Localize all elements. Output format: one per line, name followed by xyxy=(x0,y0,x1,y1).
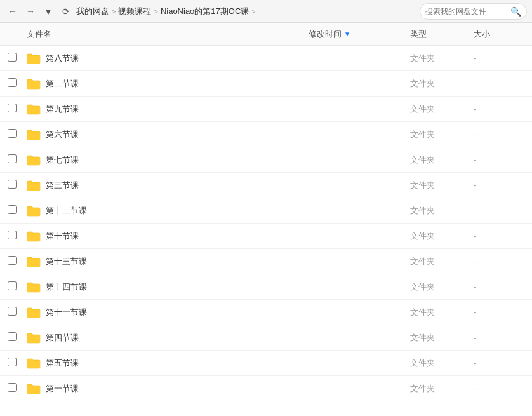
row-checkbox-1[interactable] xyxy=(8,78,17,87)
row-checkbox-4[interactable] xyxy=(8,154,17,163)
header-time-label: 修改时间 xyxy=(309,29,342,40)
row-name-7: 第十节课 xyxy=(27,231,309,242)
row-checkbox-13[interactable] xyxy=(8,383,17,392)
row-checkbox-12[interactable] xyxy=(8,358,17,366)
row-name-12: 第五节课 xyxy=(27,358,309,369)
table-row[interactable]: 第七节课 文件夹 - xyxy=(0,147,532,173)
row-checkbox-6[interactable] xyxy=(8,205,17,214)
row-checkbox-8[interactable] xyxy=(8,256,17,265)
folder-icon-6 xyxy=(27,205,41,217)
row-check-6[interactable] xyxy=(8,205,27,216)
forward-button[interactable]: → xyxy=(23,4,38,19)
row-check-13[interactable] xyxy=(8,383,27,394)
row-filename-6: 第十二节课 xyxy=(46,205,87,217)
table-row[interactable]: 第十一节课 文件夹 - xyxy=(0,300,532,325)
table-row[interactable]: 第九节课 文件夹 - xyxy=(0,97,532,122)
row-type-12: 文件夹 xyxy=(410,358,474,369)
folder-icon-1 xyxy=(27,78,41,90)
table-row[interactable]: 第四节课 文件夹 - xyxy=(0,325,532,351)
table-row[interactable]: 第十节课 文件夹 - xyxy=(0,224,532,249)
row-checkbox-9[interactable] xyxy=(8,281,17,290)
back-button[interactable]: ← xyxy=(5,4,20,19)
row-size-9: - xyxy=(474,282,524,292)
folder-icon-3 xyxy=(27,129,41,140)
search-input[interactable] xyxy=(425,7,508,16)
header-size: 大小 xyxy=(474,29,524,40)
row-filename-10: 第十一节课 xyxy=(46,307,87,318)
row-checkbox-3[interactable] xyxy=(8,129,17,138)
row-filename-1: 第二节课 xyxy=(46,78,79,90)
row-name-10: 第十一节课 xyxy=(27,307,309,318)
row-size-5: - xyxy=(474,180,524,190)
row-check-11[interactable] xyxy=(8,332,27,343)
row-check-1[interactable] xyxy=(8,78,27,89)
header-name: 文件名 xyxy=(27,29,309,40)
row-name-9: 第十四节课 xyxy=(27,281,309,293)
row-filename-5: 第三节课 xyxy=(46,180,79,191)
row-check-9[interactable] xyxy=(8,281,27,292)
header-type: 类型 xyxy=(410,29,474,40)
row-type-8: 文件夹 xyxy=(410,256,474,267)
row-type-13: 文件夹 xyxy=(410,383,474,394)
table-row[interactable]: 第二节课 文件夹 - xyxy=(0,71,532,97)
header-time[interactable]: 修改时间 ▼ xyxy=(309,29,410,40)
row-filename-4: 第七节课 xyxy=(46,154,79,166)
row-filename-2: 第九节课 xyxy=(46,104,79,115)
row-checkbox-2[interactable] xyxy=(8,104,17,112)
dropdown-button[interactable]: ▼ xyxy=(41,4,56,19)
row-type-9: 文件夹 xyxy=(410,281,474,293)
row-checkbox-7[interactable] xyxy=(8,231,17,239)
table-row[interactable]: 第五节课 文件夹 - xyxy=(0,351,532,376)
row-check-3[interactable] xyxy=(8,129,27,140)
breadcrumb: 我的网盘 > 视频课程 > NiaoNiao的第17期OC课 > xyxy=(76,6,417,17)
row-size-12: - xyxy=(474,358,524,368)
row-name-0: 第八节课 xyxy=(27,53,309,64)
sort-down-icon: ▼ xyxy=(344,30,350,37)
row-checkbox-5[interactable] xyxy=(8,180,17,189)
row-type-10: 文件夹 xyxy=(410,307,474,318)
row-size-2: - xyxy=(474,104,524,114)
row-size-4: - xyxy=(474,155,524,164)
row-size-8: - xyxy=(474,257,524,266)
row-filename-13: 第一节课 xyxy=(46,383,79,394)
row-name-2: 第九节课 xyxy=(27,104,309,115)
folder-icon-10 xyxy=(27,307,41,318)
row-size-1: - xyxy=(474,79,524,88)
folder-icon-0 xyxy=(27,53,41,64)
row-name-5: 第三节课 xyxy=(27,180,309,191)
breadcrumb-mydisk[interactable]: 我的网盘 xyxy=(76,6,109,17)
table-row[interactable]: 第八节课 文件夹 - xyxy=(0,46,532,71)
row-name-6: 第十二节课 xyxy=(27,205,309,217)
table-row[interactable]: 第十四节课 文件夹 - xyxy=(0,274,532,300)
row-size-0: - xyxy=(474,53,524,63)
row-type-6: 文件夹 xyxy=(410,205,474,217)
row-checkbox-11[interactable] xyxy=(8,332,17,341)
row-check-5[interactable] xyxy=(8,180,27,191)
folder-icon-2 xyxy=(27,104,41,115)
row-check-4[interactable] xyxy=(8,154,27,165)
table-row[interactable]: 第六节课 文件夹 - xyxy=(0,122,532,147)
breadcrumb-course[interactable]: NiaoNiao的第17期OC课 xyxy=(161,6,249,17)
table-row[interactable]: 第一节课 文件夹 - xyxy=(0,376,532,401)
row-checkbox-10[interactable] xyxy=(8,307,17,316)
row-filename-3: 第六节课 xyxy=(46,129,79,140)
table-row[interactable]: 第十三节课 文件夹 - xyxy=(0,249,532,274)
row-check-0[interactable] xyxy=(8,53,27,64)
row-check-7[interactable] xyxy=(8,231,27,241)
row-filename-8: 第十三节课 xyxy=(46,256,87,267)
folder-icon-4 xyxy=(27,154,41,166)
row-type-5: 文件夹 xyxy=(410,180,474,191)
row-check-8[interactable] xyxy=(8,256,27,267)
row-check-2[interactable] xyxy=(8,104,27,114)
table-row[interactable]: 第三节课 文件夹 - xyxy=(0,173,532,198)
row-size-11: - xyxy=(474,333,524,342)
row-check-12[interactable] xyxy=(8,358,27,368)
refresh-button[interactable]: ⟳ xyxy=(58,4,74,19)
row-filename-12: 第五节课 xyxy=(46,358,79,369)
table-row[interactable]: 第十二节课 文件夹 - xyxy=(0,198,532,224)
row-checkbox-0[interactable] xyxy=(8,53,17,62)
row-check-10[interactable] xyxy=(8,307,27,318)
folder-icon-11 xyxy=(27,332,41,344)
breadcrumb-video[interactable]: 视频课程 xyxy=(118,6,151,17)
row-name-3: 第六节课 xyxy=(27,129,309,140)
